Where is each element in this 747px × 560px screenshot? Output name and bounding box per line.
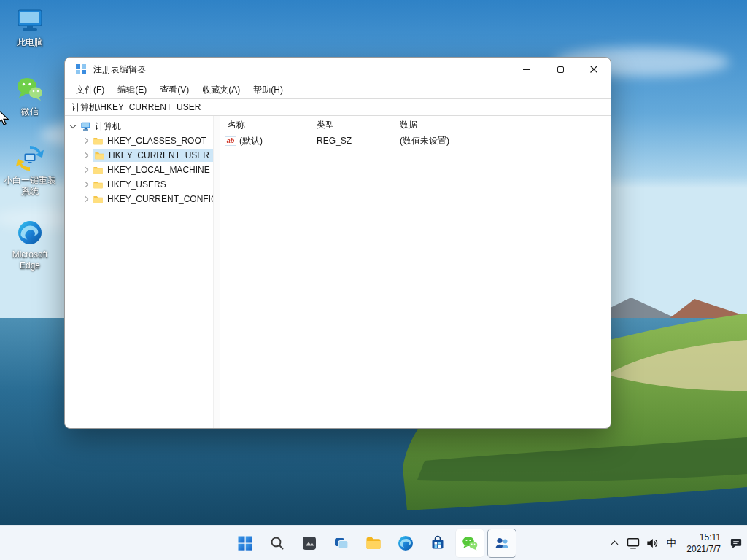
maximize-icon: [557, 66, 564, 73]
chevron-down-icon[interactable]: [70, 122, 76, 128]
notification-icon: [729, 537, 743, 550]
tree-node-hkey-local-machine[interactable]: HKEY_LOCAL_MACHINE: [65, 163, 213, 177]
edge-button[interactable]: [391, 529, 420, 558]
start-button[interactable]: [231, 529, 260, 558]
this-pc-icon: [15, 6, 44, 35]
window-title: 注册表编辑器: [93, 63, 146, 76]
column-header-name[interactable]: 名称: [220, 116, 309, 133]
desktop-icon-edge[interactable]: Microsoft Edge: [1, 218, 58, 271]
desktop-icon-label: Microsoft Edge: [1, 249, 58, 271]
column-header-data[interactable]: 数据: [392, 116, 611, 133]
task-view-icon: [333, 534, 350, 552]
file-explorer-icon: [365, 534, 382, 552]
network-icon: [626, 536, 640, 551]
tree-node-hkey-classes-root[interactable]: HKEY_CLASSES_ROOT: [65, 133, 213, 148]
chevron-right-icon[interactable]: [82, 138, 88, 144]
folder-icon: [93, 165, 104, 175]
task-view-button[interactable]: [327, 529, 356, 558]
dark-app-icon: [301, 534, 318, 552]
xiaobai-reinstall-icon: [15, 144, 44, 173]
registry-tree: 计算机 HKEY_CLASSES_ROOT HKEY_CURRENT_US: [65, 116, 213, 428]
clock[interactable]: 15:11 2021/7/7: [681, 532, 727, 555]
store-icon: [429, 534, 446, 552]
clock-time: 15:11: [686, 532, 721, 543]
menu-help[interactable]: 帮助(H): [247, 82, 290, 98]
ime-indicator[interactable]: 中: [662, 529, 681, 558]
window-controls: [510, 58, 611, 81]
menu-view[interactable]: 查看(V): [153, 82, 196, 98]
taskbar-app-dark[interactable]: [295, 529, 324, 558]
tree-node-hkey-users[interactable]: HKEY_USERS: [65, 177, 213, 192]
tree-scrollbar[interactable]: [213, 116, 220, 428]
edge-icon: [397, 534, 414, 552]
taskbar: 中 15:11 2021/7/7: [0, 525, 747, 560]
desktop-icon-label: 小白一键重装系统: [1, 175, 58, 197]
taskbar-center-icons: [231, 529, 516, 558]
desktop-icon-this-pc[interactable]: 此电脑: [1, 6, 58, 48]
tree-node-hkey-current-config[interactable]: HKEY_CURRENT_CONFIG: [65, 192, 213, 206]
network-button[interactable]: [624, 529, 643, 558]
file-explorer-button[interactable]: [359, 529, 388, 558]
search-icon: [269, 535, 285, 551]
ime-mode-label: 中: [667, 537, 676, 550]
search-button[interactable]: [263, 529, 292, 558]
chevron-up-icon: [611, 541, 618, 548]
menu-favorites[interactable]: 收藏夹(A): [196, 82, 247, 98]
system-tray: 中 15:11 2021/7/7: [605, 526, 746, 560]
selected-node-highlight: HKEY_CURRENT_USER: [93, 149, 213, 162]
window-body: 计算机 HKEY_CLASSES_ROOT HKEY_CURRENT_US: [65, 116, 611, 428]
wechat-icon: [15, 75, 44, 104]
tree-node-computer[interactable]: 计算机: [65, 119, 213, 133]
store-button[interactable]: [423, 529, 452, 558]
speaker-icon: [645, 536, 659, 551]
value-type-cell: REG_SZ: [309, 136, 392, 146]
tree-node-label: HKEY_LOCAL_MACHINE: [107, 165, 210, 175]
folder-icon: [93, 136, 104, 146]
chevron-right-icon[interactable]: [82, 152, 88, 158]
edge-icon: [15, 218, 44, 247]
close-icon: [590, 66, 597, 73]
notification-center-button[interactable]: [727, 529, 746, 558]
tree-node-label: HKEY_CURRENT_USER: [109, 150, 209, 160]
chevron-right-icon[interactable]: [82, 196, 88, 202]
chevron-right-icon[interactable]: [82, 167, 88, 173]
column-header-type[interactable]: 类型: [309, 116, 392, 133]
active-app-button[interactable]: [487, 529, 516, 558]
mouse-cursor: [0, 109, 9, 127]
wechat-icon: [461, 534, 479, 552]
tray-overflow-button[interactable]: [605, 529, 624, 558]
desktop-icon-label: 此电脑: [17, 37, 43, 48]
tree-node-label: HKEY_CURRENT_CONFIG: [107, 194, 213, 204]
value-data-cell: (数值未设置): [392, 135, 611, 147]
tree-node-label: HKEY_USERS: [107, 179, 166, 190]
regedit-window: 注册表编辑器 文件(F) 编辑(E) 查看(V) 收藏夹(A) 帮助(H) 计算…: [64, 57, 611, 429]
value-name: (默认): [239, 135, 263, 147]
tree-node-label: 计算机: [95, 120, 121, 133]
menu-bar: 文件(F) 编辑(E) 查看(V) 收藏夹(A) 帮助(H): [65, 81, 611, 98]
tree-node-hkey-current-user[interactable]: HKEY_CURRENT_USER: [65, 148, 213, 163]
menu-edit[interactable]: 编辑(E): [111, 82, 153, 98]
regedit-app-icon: [75, 63, 87, 75]
value-list: 名称 类型 数据 ab (默认) REG_SZ (数值未设置): [220, 116, 611, 428]
wechat-taskbar-button[interactable]: [455, 529, 484, 558]
maximize-button[interactable]: [543, 58, 577, 81]
address-bar[interactable]: 计算机\HKEY_CURRENT_USER: [65, 98, 611, 116]
computer-icon: [80, 121, 91, 131]
window-titlebar[interactable]: 注册表编辑器: [65, 58, 611, 81]
desktop-icon-xiaobai[interactable]: 小白一键重装系统: [1, 144, 58, 197]
active-app-icon: [493, 534, 511, 552]
desktop-icon-label: 微信: [21, 106, 39, 117]
volume-button[interactable]: [643, 529, 662, 558]
minimize-icon: [523, 69, 530, 70]
clock-date: 2021/7/7: [686, 543, 721, 555]
tree-node-label: HKEY_CLASSES_ROOT: [107, 136, 206, 146]
chevron-right-icon[interactable]: [82, 182, 88, 187]
desktop-icon-wechat[interactable]: 微信: [1, 75, 58, 117]
list-row[interactable]: ab (默认) REG_SZ (数值未设置): [220, 133, 611, 148]
menu-file[interactable]: 文件(F): [69, 82, 111, 98]
close-button[interactable]: [577, 58, 611, 81]
value-name-cell: ab (默认): [220, 135, 309, 147]
windows-logo-icon: [236, 534, 254, 552]
minimize-button[interactable]: [510, 58, 543, 81]
string-value-icon: ab: [225, 136, 236, 146]
